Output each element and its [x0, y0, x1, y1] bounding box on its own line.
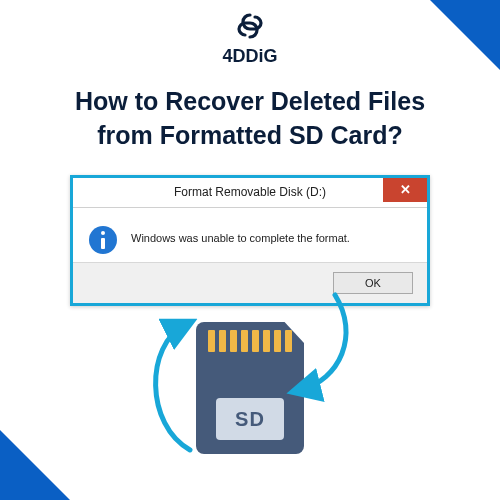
close-icon: ✕ [400, 182, 411, 197]
dialog-title-text: Format Removable Disk (D:) [73, 185, 427, 199]
close-button[interactable]: ✕ [383, 178, 427, 202]
sd-card: SD [196, 322, 304, 454]
sd-label-text: SD [235, 408, 265, 431]
sd-card-illustration: SD [150, 322, 350, 482]
format-error-dialog: Format Removable Disk (D:) ✕ Windows was… [70, 175, 430, 306]
dialog-footer: OK [73, 262, 427, 303]
dialog-wrapper: Format Removable Disk (D:) ✕ Windows was… [70, 175, 430, 306]
ok-button-label: OK [365, 277, 381, 289]
decorative-triangle-tr [430, 0, 500, 70]
brand-logo-icon [235, 12, 265, 44]
sd-contacts [208, 330, 292, 352]
page-title: How to Recover Deleted Files from Format… [30, 85, 470, 153]
dialog-body: Windows was unable to complete the forma… [73, 208, 427, 262]
dialog-titlebar: Format Removable Disk (D:) ✕ [73, 178, 427, 208]
dialog-message: Windows was unable to complete the forma… [131, 226, 350, 244]
headline-line1: How to Recover Deleted Files [75, 87, 425, 115]
headline-line2: from Formatted SD Card? [97, 121, 403, 149]
sd-label-box: SD [216, 398, 284, 440]
ok-button[interactable]: OK [333, 272, 413, 294]
info-icon [89, 226, 117, 254]
logo-area: 4DDiG [0, 0, 500, 67]
brand-name: 4DDiG [0, 46, 500, 67]
decorative-triangle-bl [0, 430, 70, 500]
